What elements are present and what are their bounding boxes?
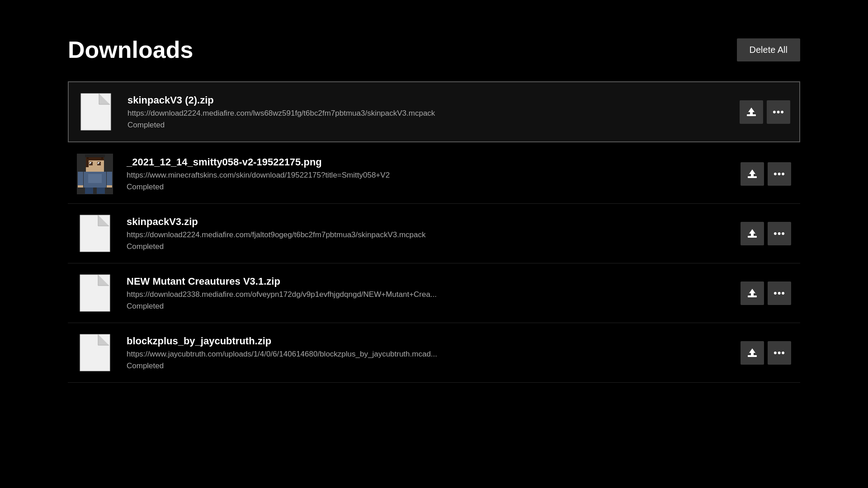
svg-rect-0 xyxy=(81,94,111,130)
download-item[interactable]: skinpackV3.zip https://download2224.medi… xyxy=(68,204,800,263)
file-info: NEW Mutant Creautures V3.1.zip https://d… xyxy=(127,276,741,311)
file-status: Completed xyxy=(127,242,741,251)
upload-icon xyxy=(746,287,758,299)
svg-rect-19 xyxy=(85,188,93,194)
svg-rect-18 xyxy=(107,172,112,185)
file-info: _2021_12_14_smitty058-v2-19522175.png ht… xyxy=(127,156,741,192)
download-item[interactable]: blockzplus_by_jaycubtruth.zip https://ww… xyxy=(68,323,800,383)
item-actions: ••• xyxy=(740,100,790,124)
svg-rect-26 xyxy=(85,155,105,157)
svg-rect-21 xyxy=(78,185,83,188)
svg-rect-20 xyxy=(97,188,105,194)
svg-marker-5 xyxy=(748,108,755,114)
svg-rect-24 xyxy=(87,157,89,159)
header: Downloads Delete All xyxy=(68,36,800,63)
svg-marker-34 xyxy=(749,229,755,236)
file-icon xyxy=(77,212,113,255)
svg-marker-46 xyxy=(749,348,755,355)
open-file-button[interactable] xyxy=(740,100,763,124)
more-options-button[interactable]: ••• xyxy=(767,100,790,124)
download-item[interactable]: _2021_12_14_smitty058-v2-19522175.png ht… xyxy=(68,144,800,204)
file-status: Completed xyxy=(127,121,740,130)
svg-rect-25 xyxy=(101,157,103,159)
page-title: Downloads xyxy=(68,36,193,63)
file-url: https://download2224.mediafire.com/fjalt… xyxy=(127,230,741,239)
file-info: blockzplus_by_jaycubtruth.zip https://ww… xyxy=(127,335,741,371)
more-options-button[interactable]: ••• xyxy=(768,341,791,365)
file-url: https://www.minecraftskins.com/skin/down… xyxy=(127,171,741,180)
item-actions: ••• xyxy=(741,162,791,186)
svg-rect-41 xyxy=(80,334,110,371)
svg-rect-23 xyxy=(88,174,102,183)
download-item[interactable]: NEW Mutant Creautures V3.1.zip https://d… xyxy=(68,263,800,323)
svg-rect-35 xyxy=(80,275,110,311)
file-icon xyxy=(78,90,114,133)
file-name: NEW Mutant Creautures V3.1.zip xyxy=(127,276,741,287)
more-options-button[interactable]: ••• xyxy=(768,222,791,245)
file-name: skinpackV3 (2).zip xyxy=(127,94,740,106)
svg-rect-22 xyxy=(107,185,112,188)
file-info: skinpackV3.zip https://download2224.medi… xyxy=(127,216,741,251)
file-status: Completed xyxy=(127,361,741,371)
svg-marker-28 xyxy=(749,169,755,176)
upload-icon xyxy=(746,228,758,239)
svg-rect-39 xyxy=(748,296,757,297)
more-icon: ••• xyxy=(774,168,785,180)
file-info: skinpackV3 (2).zip https://download2224.… xyxy=(127,94,740,130)
open-file-button[interactable] xyxy=(741,341,764,365)
svg-rect-29 xyxy=(80,215,110,252)
download-item[interactable]: skinpackV3 (2).zip https://download2224.… xyxy=(68,81,800,142)
file-url: https://www.jaycubtruth.com/uploads/1/4/… xyxy=(127,350,741,359)
file-name: blockzplus_by_jaycubtruth.zip xyxy=(127,335,741,347)
svg-rect-45 xyxy=(748,355,757,357)
more-options-button[interactable]: ••• xyxy=(768,282,791,305)
file-status: Completed xyxy=(127,183,741,192)
file-icon xyxy=(77,331,113,374)
item-actions: ••• xyxy=(741,282,791,305)
svg-rect-4 xyxy=(747,114,756,116)
file-icon xyxy=(77,272,113,314)
svg-rect-33 xyxy=(748,236,757,238)
svg-rect-17 xyxy=(78,172,83,185)
open-file-button[interactable] xyxy=(741,282,764,305)
downloads-list: skinpackV3 (2).zip https://download2224.… xyxy=(68,81,800,383)
delete-all-button[interactable]: Delete All xyxy=(737,38,801,61)
file-url: https://download2224.mediafire.com/lws68… xyxy=(127,109,740,118)
open-file-button[interactable] xyxy=(741,222,764,245)
file-status: Completed xyxy=(127,302,741,311)
svg-rect-12 xyxy=(90,163,91,164)
more-icon: ••• xyxy=(774,347,785,359)
page-container: Downloads Delete All skinpackV3 (2).zip … xyxy=(0,0,868,383)
item-actions: ••• xyxy=(741,222,791,245)
more-icon: ••• xyxy=(774,228,785,239)
more-icon: ••• xyxy=(774,287,785,299)
upload-icon xyxy=(746,168,758,180)
svg-rect-13 xyxy=(99,163,99,164)
more-options-button[interactable]: ••• xyxy=(768,162,791,186)
more-icon: ••• xyxy=(773,106,784,118)
upload-icon xyxy=(745,106,757,118)
item-actions: ••• xyxy=(741,341,791,365)
upload-icon xyxy=(746,347,758,359)
file-url: https://download2338.mediafire.com/ofvey… xyxy=(127,290,741,299)
svg-marker-40 xyxy=(749,289,755,296)
file-name: skinpackV3.zip xyxy=(127,216,741,228)
open-file-button[interactable] xyxy=(741,162,764,186)
file-name: _2021_12_14_smitty058-v2-19522175.png xyxy=(127,156,741,168)
file-icon-skin xyxy=(77,152,113,195)
svg-rect-27 xyxy=(748,176,757,178)
